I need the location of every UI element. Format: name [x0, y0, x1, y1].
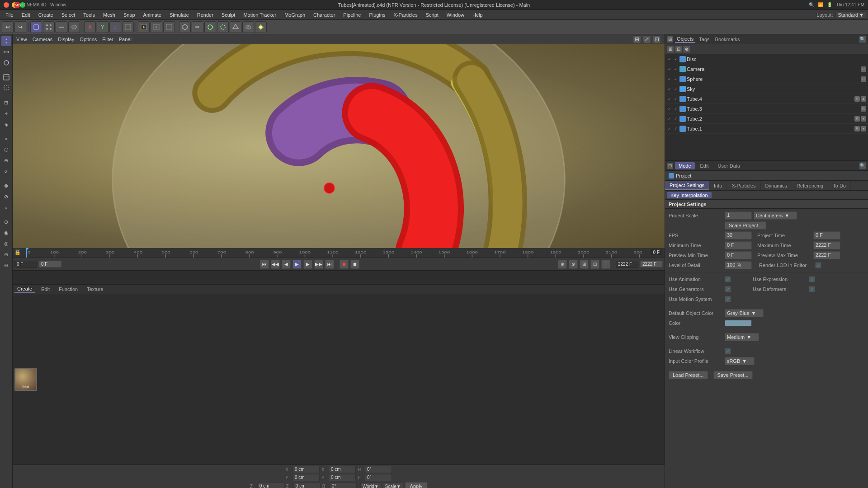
prop-use-deformers-check[interactable]: ✓ — [809, 286, 815, 292]
prop-preview-min-input[interactable]: 0 F — [725, 251, 752, 259]
perspective-btn[interactable] — [179, 21, 191, 33]
brush-btn[interactable] — [204, 21, 216, 33]
coord-z-input[interactable]: 0 cm — [257, 483, 284, 488]
viewport-menu-options[interactable]: Options — [80, 37, 97, 42]
tool-rotate[interactable] — [1, 58, 11, 68]
prop-view-clipping-dropdown[interactable]: Medium ▼ — [725, 333, 759, 341]
menu-xparticles[interactable]: X-Particles — [390, 11, 421, 19]
tool-2[interactable]: ⌖ — [1, 108, 11, 118]
axis-x[interactable]: X — [84, 21, 96, 33]
prop-input-color-dropdown[interactable]: sRGB ▼ — [725, 357, 755, 365]
coord-x-input[interactable]: 0 cm — [292, 466, 320, 473]
current-time-input[interactable]: 0 F — [39, 261, 61, 267]
viewport-menu-panel[interactable]: Panel — [119, 37, 132, 42]
timeline-lock-icon[interactable]: 🔒 — [14, 249, 21, 255]
prop-default-obj-color-dropdown[interactable]: Gray-Blue ▼ — [725, 309, 764, 317]
prop-use-expression-check[interactable]: ✓ — [809, 276, 815, 282]
obj-tube3[interactable]: ✓ ✓ Tube.3 R — [665, 104, 868, 114]
menu-script[interactable]: Script — [422, 11, 442, 19]
prop-use-animation-check[interactable]: ✓ — [725, 276, 731, 282]
next-frame-btn[interactable]: ▶ — [303, 260, 312, 269]
coord-x2-input[interactable]: 0 cm — [329, 466, 356, 473]
viewport-canvas[interactable]: X Y Z — [13, 44, 665, 248]
prop-project-time-input[interactable]: 0 F — [813, 231, 840, 239]
world-dropdown[interactable]: World ▼ — [360, 483, 381, 488]
tool-move[interactable] — [1, 36, 11, 46]
redo-btn[interactable]: ↪ — [14, 21, 26, 33]
viewport-btn-1[interactable]: ⊞ — [633, 35, 641, 43]
timeline-options-btn[interactable]: ⋮ — [601, 260, 610, 269]
menu-snap[interactable]: Snap — [120, 11, 139, 19]
axis-y[interactable]: Y — [97, 21, 108, 33]
props-search-btn[interactable]: 🔍 — [859, 162, 866, 169]
menu-select[interactable]: Select — [58, 11, 79, 19]
mode-tab-edit[interactable]: Edit — [697, 162, 712, 169]
menu-mograph[interactable]: MoGraph — [281, 11, 309, 19]
viewport-menu-view[interactable]: View — [16, 37, 27, 42]
mat-tab-texture[interactable]: Texture — [84, 286, 106, 293]
viewport-btn-3[interactable]: ⊡ — [653, 35, 661, 43]
go-to-start-btn[interactable]: ⏮ — [260, 260, 269, 269]
frame-end-input[interactable]: 2222 F — [640, 261, 663, 267]
layout-dropdown[interactable]: Standard ▼ — [835, 11, 866, 19]
props-tab-dynamics[interactable]: Dynamics — [761, 181, 792, 190]
obj-tool-1[interactable]: ⊞ — [667, 46, 674, 53]
menu-simulate[interactable]: Simulate — [166, 11, 193, 19]
obj-tube2[interactable]: ✓ ✓ Tube.2 R ● — [665, 114, 868, 124]
tool-6[interactable]: ⊕ — [1, 155, 11, 165]
search-objects-btn[interactable]: 🔍 — [859, 36, 866, 43]
props-tab-settings[interactable]: Project Settings — [665, 181, 709, 190]
menu-file[interactable]: File — [2, 11, 17, 19]
timeline-tools-btn[interactable]: ⊡ — [590, 260, 599, 269]
coord-b-input[interactable]: 0° — [330, 483, 357, 488]
props-tab-info[interactable]: Info — [709, 181, 727, 190]
tool-1[interactable]: ⊞ — [1, 98, 11, 108]
play-btn[interactable]: ▶ — [292, 260, 302, 269]
apply-button[interactable]: Apply — [405, 482, 428, 488]
stop-btn[interactable]: ⏹ — [350, 260, 359, 269]
search-icon[interactable]: 🔍 — [809, 2, 814, 7]
props-tab-todo[interactable]: To Do — [828, 181, 851, 190]
prop-preview-max-input[interactable]: 2222 F — [813, 251, 840, 259]
mat-tab-function[interactable]: Function — [56, 286, 80, 293]
menu-render[interactable]: Render — [193, 11, 217, 19]
axis-all[interactable] — [122, 21, 134, 33]
close-btn[interactable] — [4, 2, 9, 8]
prop-min-time-input[interactable]: 0 F — [725, 241, 752, 249]
tool-3[interactable]: ◈ — [1, 119, 11, 129]
deformer-btn[interactable] — [230, 21, 241, 33]
auto-key-btn[interactable]: ⊗ — [569, 260, 578, 269]
tool-7[interactable]: ⌀ — [1, 166, 11, 176]
menu-sculpt[interactable]: Sculpt — [218, 11, 239, 19]
viewport-menu-cameras[interactable]: Cameras — [33, 37, 53, 42]
next-keyframe-btn[interactable]: ▶▶ — [314, 260, 323, 269]
menu-motion-tracker[interactable]: Motion Tracker — [240, 11, 280, 19]
camera-btn[interactable] — [242, 21, 254, 33]
mode-points[interactable] — [43, 21, 55, 33]
menu-animate[interactable]: Animate — [140, 11, 165, 19]
tool-15[interactable]: ⊚ — [1, 260, 11, 270]
prop-lod-input[interactable]: 100 % — [725, 261, 752, 269]
menu-create[interactable]: Create — [35, 11, 57, 19]
mode-tab-userdata[interactable]: User Data — [714, 162, 744, 169]
scale-project-btn[interactable]: Scale Project... — [725, 221, 766, 230]
tool-5[interactable]: ⬡ — [1, 145, 11, 155]
menu-character[interactable]: Character — [310, 11, 339, 19]
prop-project-scale-input[interactable]: 1 — [725, 211, 752, 220]
prop-fps-input[interactable]: 30 — [725, 231, 752, 239]
objects-tab[interactable]: Objects — [675, 36, 695, 43]
menu-pipeline[interactable]: Pipeline — [340, 11, 364, 19]
coord-y2-input[interactable]: 0 cm — [329, 474, 356, 481]
bookmarks-tab[interactable]: Bookmarks — [713, 36, 742, 42]
tool-12[interactable]: ◉ — [1, 228, 11, 238]
prop-color-swatch[interactable] — [725, 320, 752, 326]
mode-object[interactable] — [30, 21, 42, 33]
tool-13[interactable]: ◎ — [1, 239, 11, 249]
obj-tube1[interactable]: ✓ ✓ Tube.1 R ● — [665, 124, 868, 134]
menu-mesh[interactable]: Mesh — [99, 11, 119, 19]
prop-linear-workflow-check[interactable]: ✓ — [725, 348, 731, 354]
prop-use-generators-check[interactable]: ✓ — [725, 286, 731, 292]
tool-10[interactable]: ⟐ — [1, 202, 11, 212]
obj-sphere[interactable]: ✓ ✓ Sphere R — [665, 74, 868, 84]
tool-11[interactable]: ⊙ — [1, 217, 11, 227]
